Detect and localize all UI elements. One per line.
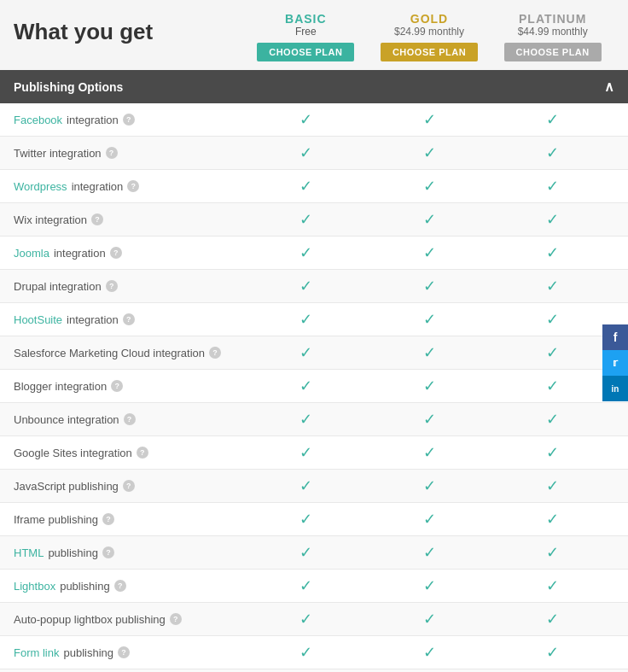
table-row: Wordpress integration ? ✓ ✓ ✓ [0,170,628,203]
facebook-share-button[interactable]: f [602,324,628,350]
help-icon[interactable]: ? [118,646,130,658]
table-row: Joomla integration ? ✓ ✓ ✓ [0,237,628,270]
help-icon[interactable]: ? [106,280,118,292]
check-cell-basic: ✓ [244,643,368,662]
check-basic: ✓ [299,144,312,161]
choose-plan-gold[interactable]: CHOOSE PLAN [381,43,478,61]
help-icon[interactable]: ? [124,413,136,425]
feature-name: Form link publishing ? [14,646,244,659]
check-cell-gold: ✓ [368,410,491,429]
choose-plan-basic[interactable]: CHOOSE PLAN [257,43,354,61]
feature-checks: ✓ ✓ ✓ [244,543,614,562]
check-cell-gold: ✓ [368,377,491,395]
check-basic: ✓ [299,377,312,394]
table-row: Salesforce Marketing Cloud integration ?… [0,336,628,370]
plan-name-gold: GOLD [375,12,485,26]
help-icon[interactable]: ? [91,213,103,225]
check-cell-platinum: ✓ [491,343,614,362]
check-platinum: ✓ [546,311,559,328]
check-gold: ✓ [423,144,436,161]
check-platinum: ✓ [546,178,559,195]
check-cell-gold: ✓ [368,110,491,129]
table-row: Form link publishing ? ✓ ✓ ✓ [0,636,628,669]
feature-name: Drupal integration ? [14,280,244,293]
check-cell-basic: ✓ [244,310,368,329]
plan-col-basic: BASIC Free CHOOSE PLAN [244,12,368,61]
twitter-icon: 𝕣 [613,357,618,369]
feature-checks: ✓ ✓ ✓ [244,576,614,595]
check-gold: ✓ [423,444,436,461]
feature-link[interactable]: Joomla [14,247,49,260]
page-wrapper: What you get BASIC Free CHOOSE PLAN GOLD… [0,0,628,672]
feature-name: Blogger integration ? [14,380,244,393]
table-row: HootSuite integration ? ✓ ✓ ✓ [0,303,628,336]
help-icon[interactable]: ? [114,580,126,592]
check-basic: ✓ [299,344,312,361]
check-platinum: ✓ [546,211,559,228]
check-cell-gold: ✓ [368,543,491,562]
help-icon[interactable]: ? [123,313,135,325]
check-cell-basic: ✓ [244,343,368,362]
header: What you get BASIC Free CHOOSE PLAN GOLD… [0,0,628,70]
check-gold: ✓ [423,111,436,128]
feature-name: JavaScript publishing ? [14,480,244,493]
twitter-share-button[interactable]: 𝕣 [602,350,628,376]
check-gold: ✓ [423,244,436,261]
check-gold: ✓ [423,411,436,428]
choose-plan-platinum[interactable]: CHOOSE PLAN [504,43,602,61]
feature-link[interactable]: Wordpress [14,180,67,193]
feature-checks: ✓ ✓ ✓ [244,510,614,529]
table-row: JavaScript publishing ? ✓ ✓ ✓ [0,470,628,503]
help-icon[interactable]: ? [170,613,182,625]
check-cell-basic: ✓ [244,210,368,229]
feature-link[interactable]: Lightbox [14,580,55,593]
check-cell-gold: ✓ [368,610,491,628]
check-cell-basic: ✓ [244,410,368,429]
help-icon[interactable]: ? [102,513,114,525]
check-basic: ✓ [299,278,312,295]
check-cell-gold: ✓ [368,243,491,262]
help-icon[interactable]: ? [111,380,123,392]
feature-checks: ✓ ✓ ✓ [244,343,614,362]
check-cell-gold: ✓ [368,643,491,662]
help-icon[interactable]: ? [102,546,114,558]
feature-link[interactable]: Form link [14,646,59,659]
help-icon[interactable]: ? [123,480,135,492]
help-icon[interactable]: ? [137,447,148,459]
check-cell-gold: ✓ [368,343,491,362]
collapse-icon[interactable]: ∧ [604,79,614,95]
feature-name: Lightbox publishing ? [14,580,244,593]
table-row: Iframe publishing ? ✓ ✓ ✓ [0,503,628,536]
linkedin-share-button[interactable]: in [602,376,628,401]
feature-link[interactable]: Facebook [14,114,62,126]
check-gold: ✓ [423,278,436,295]
feature-link[interactable]: HootSuite [14,313,62,326]
help-icon[interactable]: ? [123,114,135,126]
plan-col-gold: GOLD $24.99 monthly CHOOSE PLAN [368,12,491,61]
help-icon[interactable]: ? [106,147,118,159]
social-sidebar: f 𝕣 in [602,324,628,401]
feature-name: HootSuite integration ? [14,313,244,326]
feature-name: Wordpress integration ? [14,180,244,193]
check-cell-platinum: ✓ [491,543,614,562]
check-platinum: ✓ [546,377,559,394]
section-header-title: Publishing Options [14,80,604,94]
feature-link[interactable]: HTML [14,546,44,559]
feature-name: Unbounce integration ? [14,413,244,426]
check-basic: ✓ [299,211,312,228]
check-cell-gold: ✓ [368,277,491,295]
plan-col-platinum: PLATINUM $44.99 monthly CHOOSE PLAN [491,12,614,61]
check-cell-platinum: ✓ [491,177,614,196]
feature-name: Salesforce Marketing Cloud integration ? [14,347,244,359]
check-platinum: ✓ [546,511,559,528]
feature-checks: ✓ ✓ ✓ [244,310,614,329]
help-icon[interactable]: ? [127,180,139,192]
check-cell-platinum: ✓ [491,143,614,162]
help-icon[interactable]: ? [209,347,221,359]
help-icon[interactable]: ? [110,247,122,259]
feature-checks: ✓ ✓ ✓ [244,143,614,162]
check-basic: ✓ [299,444,312,461]
table-row: Twitter integration ? ✓ ✓ ✓ [0,137,628,170]
check-gold: ✓ [423,344,436,361]
section-header[interactable]: Publishing Options ∧ [0,70,628,103]
